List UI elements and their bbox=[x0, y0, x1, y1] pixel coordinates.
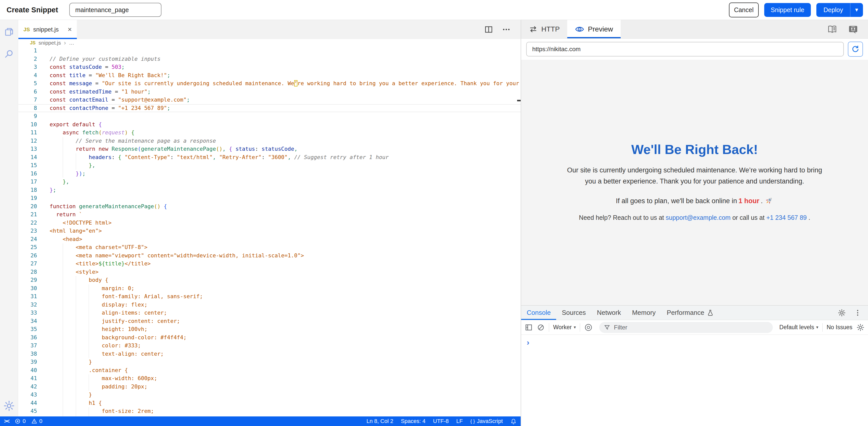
code-line[interactable]: 30 margin: 0; bbox=[19, 284, 521, 293]
code-line[interactable]: 7const contactEmail = "support@example.c… bbox=[19, 96, 521, 104]
code-line[interactable]: 35 height: 100vh; bbox=[19, 325, 521, 334]
files-icon[interactable] bbox=[4, 26, 14, 37]
tab-snippet-js[interactable]: JS snippet.js × bbox=[19, 20, 77, 39]
breadcrumb-file[interactable]: snippet.js bbox=[38, 40, 61, 46]
code-line[interactable]: 14 headers: { "Content-Type": "text/html… bbox=[19, 153, 521, 162]
code-line[interactable]: 15 }, bbox=[19, 161, 521, 170]
code-line[interactable]: 4const title = "We'll Be Right Back!"; bbox=[19, 71, 521, 80]
code-line[interactable]: 10export default { bbox=[19, 120, 521, 129]
cursor-position[interactable]: Ln 8, Col 2 bbox=[367, 418, 393, 425]
snippet-rule-button[interactable]: Snippet rule bbox=[764, 3, 811, 17]
code-line[interactable]: 38 text-align: center; bbox=[19, 350, 521, 358]
more-actions-icon[interactable] bbox=[502, 25, 510, 34]
console-context-dropdown[interactable]: Worker ▾ bbox=[553, 324, 576, 331]
log-levels-dropdown[interactable]: Default levels ▾ bbox=[779, 324, 818, 331]
code-line[interactable]: 36 background-color: #f4f4f4; bbox=[19, 334, 521, 342]
code-line[interactable]: 6const estimatedTime = "1 hour"; bbox=[19, 88, 521, 96]
console-toolbar: Worker ▾ Default levels ▾ bbox=[521, 320, 868, 335]
deploy-split-button[interactable]: Deploy ▼ bbox=[816, 3, 863, 17]
active-tab-indicator bbox=[19, 38, 77, 39]
phone-link[interactable]: +1 234 567 89 bbox=[766, 214, 807, 221]
code-line[interactable]: 19 bbox=[19, 194, 521, 202]
code-line[interactable]: 28 <style> bbox=[19, 268, 521, 276]
console-output[interactable]: › bbox=[521, 335, 868, 426]
discord-icon[interactable] bbox=[848, 24, 859, 34]
snippet-name-input[interactable] bbox=[69, 3, 161, 17]
code-line[interactable]: 42 padding: 20px; bbox=[19, 382, 521, 391]
clear-console-icon[interactable] bbox=[537, 323, 545, 332]
code-line[interactable]: 45 font-size: 2rem; bbox=[19, 407, 521, 416]
kebab-menu-icon[interactable] bbox=[854, 309, 862, 317]
search-icon[interactable] bbox=[4, 49, 14, 59]
code-line[interactable]: 29 body { bbox=[19, 276, 521, 284]
settings-gear-icon[interactable] bbox=[3, 400, 14, 411]
code-line[interactable]: 26 <meta name="viewport" content="width=… bbox=[19, 252, 521, 260]
code-line[interactable]: 27 <title>${title}</title> bbox=[19, 260, 521, 268]
tab-performance[interactable]: Performance bbox=[661, 306, 719, 320]
close-tab-icon[interactable]: × bbox=[68, 26, 72, 33]
remote-connection-icon[interactable]: >< bbox=[4, 418, 9, 425]
code-line[interactable]: 20function generateMaintenancePage() { bbox=[19, 202, 521, 211]
line-number: 7 bbox=[19, 96, 37, 104]
code-line[interactable]: 13 return new Response(generateMaintenan… bbox=[19, 145, 521, 153]
code-line[interactable]: 21 return ` bbox=[19, 210, 521, 219]
split-editor-icon[interactable] bbox=[485, 25, 493, 34]
refresh-button[interactable] bbox=[848, 41, 863, 57]
warnings-indicator[interactable]: 0 bbox=[31, 418, 42, 425]
devtools-settings-gear-icon[interactable] bbox=[838, 309, 846, 317]
code-line[interactable]: 16 }); bbox=[19, 170, 521, 178]
support-email-link[interactable]: support@example.com bbox=[666, 214, 731, 221]
breadcrumb[interactable]: JS snippet.js › … bbox=[19, 39, 521, 47]
console-prompt-chevron[interactable]: › bbox=[527, 338, 529, 347]
tab-sources[interactable]: Sources bbox=[556, 306, 591, 320]
code-line[interactable]: 33 align-items: center; bbox=[19, 309, 521, 317]
language-mode[interactable]: { } JavaScript bbox=[470, 418, 503, 425]
code-line[interactable]: 9 bbox=[19, 112, 521, 120]
code-line[interactable]: 11 async fetch(request) { bbox=[19, 129, 521, 137]
deploy-button[interactable]: Deploy bbox=[816, 6, 850, 13]
tab-network[interactable]: Network bbox=[591, 306, 626, 320]
code-line[interactable]: 18}; bbox=[19, 186, 521, 194]
code-line[interactable]: 1 bbox=[19, 47, 521, 55]
docs-book-icon[interactable] bbox=[827, 24, 837, 34]
code-line[interactable]: 44 h1 { bbox=[19, 399, 521, 407]
code-line[interactable]: 34 justify-content: center; bbox=[19, 317, 521, 325]
filter-input[interactable] bbox=[613, 324, 768, 331]
code-lines[interactable]: 12// Define your customizable inputs3con… bbox=[19, 47, 521, 417]
live-expression-eye-icon[interactable] bbox=[584, 323, 593, 332]
eol-setting[interactable]: LF bbox=[457, 418, 463, 425]
code-line[interactable]: 22 <!DOCTYPE html> bbox=[19, 219, 521, 227]
code-line[interactable]: 32 display: flex; bbox=[19, 301, 521, 309]
code-line[interactable]: 23<html lang="en"> bbox=[19, 227, 521, 235]
code-line[interactable]: 37 color: #333; bbox=[19, 342, 521, 350]
errors-indicator[interactable]: 0 bbox=[14, 418, 26, 425]
tab-memory[interactable]: Memory bbox=[626, 306, 661, 320]
deploy-dropdown-caret[interactable]: ▼ bbox=[850, 3, 863, 17]
tab-preview[interactable]: Preview bbox=[567, 20, 621, 38]
code-line[interactable]: 25 <meta charset="UTF-8"> bbox=[19, 243, 521, 252]
code-line[interactable]: 40 .container { bbox=[19, 366, 521, 375]
issues-counter[interactable]: No Issues bbox=[827, 324, 852, 331]
tab-http[interactable]: HTTP bbox=[521, 20, 567, 38]
code-line[interactable]: 8const contactPhone = "+1 234 567 89"; bbox=[19, 104, 521, 112]
cancel-button[interactable]: Cancel bbox=[729, 2, 759, 18]
breadcrumb-more[interactable]: … bbox=[69, 40, 74, 46]
encoding-setting[interactable]: UTF-8 bbox=[433, 418, 448, 425]
console-settings-gear-icon[interactable] bbox=[857, 323, 865, 332]
code-line[interactable]: 43 } bbox=[19, 391, 521, 399]
code-line[interactable]: 41 max-width: 600px; bbox=[19, 374, 521, 382]
code-line[interactable]: 3const statusCode = 503; bbox=[19, 63, 521, 71]
indentation-setting[interactable]: Spaces: 4 bbox=[401, 418, 426, 425]
tab-console[interactable]: Console bbox=[521, 306, 556, 320]
code-line[interactable]: 17 }, bbox=[19, 178, 521, 186]
code-line[interactable]: 5const message = "Our site is currently … bbox=[19, 79, 521, 88]
code-line[interactable]: 24 <head> bbox=[19, 235, 521, 244]
notifications-bell-icon[interactable] bbox=[510, 418, 517, 425]
code-line[interactable]: 31 font-family: Arial, sans-serif; bbox=[19, 292, 521, 301]
code-line[interactable]: 12 // Serve the maintenance page as a re… bbox=[19, 137, 521, 145]
code-line[interactable]: 39 } bbox=[19, 358, 521, 366]
console-filter[interactable] bbox=[599, 322, 773, 333]
code-line[interactable]: 2// Define your customizable inputs bbox=[19, 55, 521, 63]
console-sidebar-toggle-icon[interactable] bbox=[525, 323, 533, 332]
preview-url-input[interactable] bbox=[526, 42, 844, 56]
